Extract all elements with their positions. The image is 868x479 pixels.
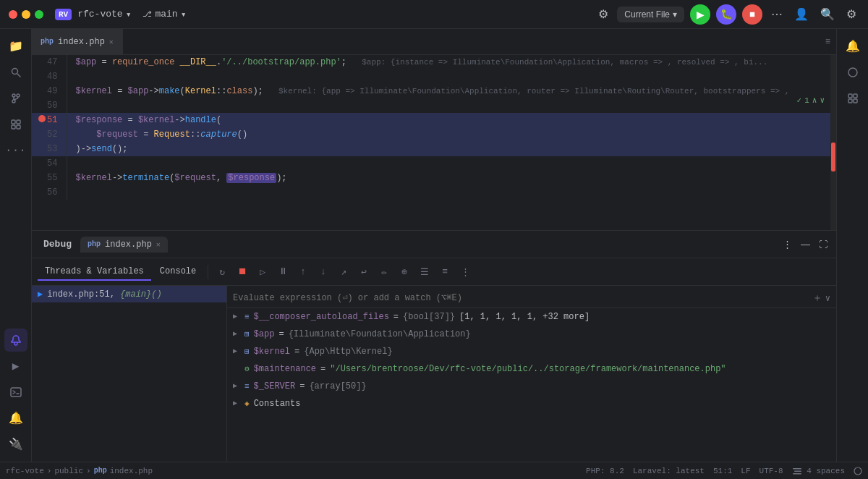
constants-icon: ◈ [244, 397, 250, 410]
sidebar-item-plugins[interactable]: 🔌 [4, 433, 27, 456]
status-bar: rfc-vote › public › php index.php PHP: 8… [0, 462, 868, 479]
debug-stop-icon[interactable]: ⏹ [233, 263, 252, 281]
line-ending: LF [741, 467, 750, 475]
eval-input[interactable] [233, 293, 809, 303]
var-row-server[interactable]: ▶ ≡ $_SERVER = {array[50]} [227, 378, 836, 395]
sidebar-item-more[interactable]: ··· [4, 139, 27, 162]
eval-add-icon[interactable]: ＋ [812, 292, 822, 305]
var-type-icon: ⊞ [244, 345, 250, 358]
debug-more-icon[interactable]: ⋮ [456, 263, 475, 281]
run-button[interactable]: ▶ [690, 4, 710, 25]
editor-tab-index-php[interactable]: php index.php ✕ [32, 29, 123, 54]
sidebar-item-notifications[interactable]: 🔔 [4, 407, 27, 430]
debug-edit-icon[interactable]: ✏ [375, 263, 393, 281]
expand-icon[interactable]: ▶ [233, 397, 240, 410]
expand-icon[interactable]: ▶ [233, 345, 240, 358]
table-row: 56 [32, 185, 836, 200]
right-sidebar-structure[interactable] [841, 87, 864, 110]
right-sidebar-notifications[interactable]: 🔔 [841, 35, 864, 58]
settings-icon[interactable]: ⚙ [595, 4, 611, 24]
var-row-maintenance[interactable]: ▶ ⚙ $maintenance = "/Users/brentroose/De… [227, 360, 836, 378]
git-status-icon [854, 466, 862, 475]
debug-tab-actions: ⋮ — ⛶ [780, 236, 830, 253]
sidebar-item-search[interactable] [4, 61, 27, 84]
svg-line-1 [17, 74, 20, 77]
sidebar-item-folder[interactable]: 📁 [4, 35, 27, 58]
more-options-icon[interactable]: ⋯ [768, 4, 786, 24]
current-file-button[interactable]: Current File ▾ [617, 7, 684, 22]
var-type-icon: ⚙ [244, 363, 250, 376]
expand-icon[interactable]: ▶ [233, 310, 240, 323]
table-row: 51 $response = $kernel->handle( [32, 113, 836, 127]
breadcrumb: rfc-vote › public › php index.php [6, 467, 153, 475]
sidebar-item-terminal[interactable] [4, 381, 27, 404]
tab-menu-icon[interactable]: ≡ [820, 37, 836, 47]
svg-rect-6 [12, 120, 15, 124]
sidebar-item-vcs[interactable] [4, 87, 27, 110]
stack-frame[interactable]: ▶ index.php:51, {main}() [32, 286, 226, 302]
svg-point-12 [848, 68, 857, 77]
maximize-button[interactable] [35, 10, 43, 19]
debug-run-to-cursor-icon[interactable]: ▷ [253, 263, 272, 281]
minimap [830, 55, 836, 230]
editor-container: php index.php ✕ ≡ 47 $app = require_once… [32, 29, 836, 462]
debug-tab-bar: Debug php index.php ✕ ⋮ — ⛶ [32, 231, 836, 258]
table-row: 47 $app = require_once __DIR__.'/../boot… [32, 55, 836, 69]
debug-resume-icon[interactable]: ↻ [213, 263, 231, 281]
tab-close-icon[interactable]: ✕ [109, 38, 114, 46]
svg-rect-7 [17, 120, 20, 124]
debug-file-tab-close[interactable]: ✕ [156, 240, 161, 249]
eval-expand-icon[interactable]: ∨ [825, 293, 830, 304]
search-icon[interactable]: 🔍 [817, 4, 838, 24]
debug-panel-expand-icon[interactable]: ⛶ [816, 237, 830, 253]
project-name[interactable]: rfc-vote ▾ [77, 9, 131, 20]
encoding: UTF-8 [760, 467, 783, 475]
debug-add-watch-icon[interactable]: ⊕ [395, 263, 414, 281]
debug-reset-icon[interactable]: ↩ [354, 263, 373, 281]
php-file-icon: php [88, 240, 101, 248]
sidebar-item-run[interactable]: ▶ [4, 355, 27, 378]
var-row-composer[interactable]: ▶ ≡ $__composer_autoload_files = {bool[3… [227, 308, 836, 326]
gear-icon[interactable]: ⚙ [843, 4, 859, 24]
expand-icon[interactable]: ▶ [233, 380, 240, 393]
svg-point-0 [12, 69, 17, 75]
minimap-indicator [831, 143, 835, 171]
stack-frame-icon: ▶ [38, 289, 43, 300]
debug-step-over-icon[interactable]: ↑ [294, 263, 312, 281]
stack-frame-text: index.php:51, {main}() [47, 289, 161, 300]
traffic-lights [9, 10, 43, 19]
debug-stack-frames: ▶ index.php:51, {main}() [32, 286, 227, 462]
stop-button[interactable]: ■ [742, 4, 762, 25]
sidebar-item-structure[interactable] [4, 113, 27, 136]
close-button[interactable] [9, 10, 17, 19]
debug-subtab-threads[interactable]: Threads & Variables [38, 263, 151, 281]
user-icon[interactable]: 👤 [791, 4, 812, 24]
debug-grid-icon[interactable]: ≡ [435, 263, 454, 281]
debug-variables: ＋ ∨ ▶ ≡ $__composer_autoload_files = {bo… [227, 286, 836, 462]
var-type-icon: ⊞ [244, 328, 250, 341]
sidebar-item-debug[interactable] [4, 328, 27, 352]
right-sidebar-git[interactable] [841, 61, 864, 84]
debug-subtab-console[interactable]: Console [153, 263, 203, 281]
table-row: 52 $request = Request::capture() [32, 127, 836, 142]
debug-step-out-icon[interactable]: ↗ [334, 263, 353, 281]
expand-icon[interactable]: ▶ [233, 328, 240, 341]
debug-step-into-icon[interactable]: ↓ [314, 263, 333, 281]
svg-rect-10 [11, 388, 21, 397]
debug-panel-collapse-icon[interactable]: — [798, 236, 813, 253]
debug-panel-menu-icon[interactable]: ⋮ [780, 236, 795, 253]
svg-point-2 [12, 94, 15, 97]
debug-list-icon[interactable]: ☰ [415, 263, 434, 281]
svg-rect-17 [793, 468, 801, 470]
code-editor[interactable]: 47 $app = require_once __DIR__.'/../boot… [32, 55, 836, 230]
debug-file-tab[interactable]: php index.php ✕ [80, 237, 168, 253]
var-row-app[interactable]: ▶ ⊞ $app = {Illuminate\Foundation\Applic… [227, 326, 836, 343]
minimize-button[interactable] [22, 10, 30, 19]
var-row-constants[interactable]: ▶ ◈ Constants [227, 395, 836, 412]
debug-button[interactable]: 🐛 [716, 4, 736, 25]
branch-selector[interactable]: ⎇ main ▾ [142, 9, 186, 20]
titlebar-actions: ⚙ Current File ▾ ▶ 🐛 ■ ⋯ 👤 🔍 ⚙ [595, 4, 859, 25]
svg-rect-19 [793, 473, 801, 475]
var-row-kernel[interactable]: ▶ ⊞ $kernel = {App\Http\Kernel} [227, 343, 836, 360]
debug-pause-icon[interactable]: ⏸ [273, 263, 292, 281]
